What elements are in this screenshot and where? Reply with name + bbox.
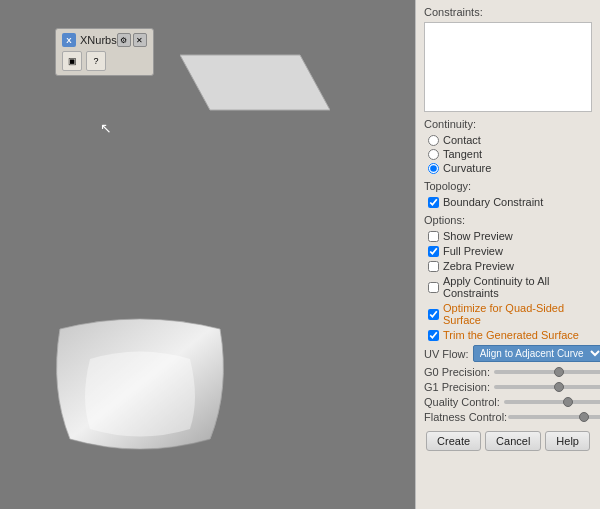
checkbox-apply-continuity[interactable]: Apply Continuity to All Constraints bbox=[428, 275, 592, 299]
cancel-button[interactable]: Cancel bbox=[485, 431, 541, 451]
quality-control-label: Quality Control: bbox=[424, 396, 500, 408]
g0-precision-label: G0 Precision: bbox=[424, 366, 490, 378]
quality-control-row: Quality Control: bbox=[424, 396, 592, 408]
radio-tangent-label: Tangent bbox=[443, 148, 482, 160]
topology-checkbox-group: Boundary Constraint bbox=[424, 196, 592, 208]
help-icon[interactable]: ? bbox=[86, 51, 106, 71]
full-preview-label: Full Preview bbox=[443, 245, 503, 257]
xnurbs-widget: X XNurbs ⚙ ✕ ▣ ? bbox=[55, 28, 154, 76]
widget-title-bar: X XNurbs ⚙ ✕ bbox=[62, 33, 147, 47]
help-button[interactable]: Help bbox=[545, 431, 590, 451]
radio-contact-input[interactable] bbox=[428, 135, 439, 146]
zebra-preview-label: Zebra Preview bbox=[443, 260, 514, 272]
boundary-constraint-label: Boundary Constraint bbox=[443, 196, 543, 208]
topology-label: Topology: bbox=[424, 180, 592, 192]
flatness-control-row: Flatness Control: bbox=[424, 411, 592, 423]
viewport[interactable]: X XNurbs ⚙ ✕ ▣ ? ↖ bbox=[0, 0, 415, 509]
radio-curvature[interactable]: Curvature bbox=[428, 162, 592, 174]
svg-marker-0 bbox=[180, 55, 330, 110]
right-panel: Constraints: Continuity: Contact Tangent… bbox=[415, 0, 600, 509]
options-checkbox-group: Show Preview Full Preview Zebra Preview … bbox=[424, 230, 592, 341]
radio-contact-label: Contact bbox=[443, 134, 481, 146]
radio-contact[interactable]: Contact bbox=[428, 134, 592, 146]
apply-continuity-label: Apply Continuity to All Constraints bbox=[443, 275, 592, 299]
widget-title-text: XNurbs bbox=[80, 34, 117, 46]
bottom-buttons: Create Cancel Help bbox=[424, 431, 592, 451]
trim-surface-input[interactable] bbox=[428, 330, 439, 341]
widget-controls: ⚙ ✕ bbox=[117, 33, 147, 47]
zebra-preview-input[interactable] bbox=[428, 261, 439, 272]
create-button[interactable]: Create bbox=[426, 431, 481, 451]
curved-surface-shape bbox=[40, 299, 240, 459]
options-label: Options: bbox=[424, 214, 592, 226]
g0-precision-row: G0 Precision: bbox=[424, 366, 592, 378]
quality-control-slider[interactable] bbox=[504, 400, 600, 404]
show-preview-input[interactable] bbox=[428, 231, 439, 242]
continuity-radio-group: Contact Tangent Curvature bbox=[424, 134, 592, 174]
flat-surface-shape bbox=[180, 50, 330, 120]
optimize-quad-label: Optimize for Quad-Sided Surface bbox=[443, 302, 592, 326]
widget-title: X XNurbs bbox=[62, 33, 117, 47]
boundary-constraint-input[interactable] bbox=[428, 197, 439, 208]
radio-tangent[interactable]: Tangent bbox=[428, 148, 592, 160]
flatness-control-slider[interactable] bbox=[508, 415, 600, 419]
g1-precision-label: G1 Precision: bbox=[424, 381, 490, 393]
checkbox-show-preview[interactable]: Show Preview bbox=[428, 230, 592, 242]
checkbox-full-preview[interactable]: Full Preview bbox=[428, 245, 592, 257]
apply-continuity-input[interactable] bbox=[428, 282, 439, 293]
g0-precision-slider[interactable] bbox=[494, 370, 600, 374]
optimize-quad-input[interactable] bbox=[428, 309, 439, 320]
checkbox-zebra-preview[interactable]: Zebra Preview bbox=[428, 260, 592, 272]
show-preview-label: Show Preview bbox=[443, 230, 513, 242]
widget-icons-row: ▣ ? bbox=[62, 51, 147, 71]
xnurbs-logo-icon: X bbox=[62, 33, 76, 47]
uv-flow-label: UV Flow: bbox=[424, 348, 469, 360]
checkbox-optimize-quad[interactable]: Optimize for Quad-Sided Surface bbox=[428, 302, 592, 326]
constraints-label: Constraints: bbox=[424, 6, 592, 18]
radio-curvature-label: Curvature bbox=[443, 162, 491, 174]
uv-flow-select[interactable]: Align to Adjacent Curve bbox=[473, 345, 600, 362]
cursor-indicator: ↖ bbox=[100, 120, 112, 136]
uv-flow-row: UV Flow: Align to Adjacent Curve bbox=[424, 345, 592, 362]
radio-tangent-input[interactable] bbox=[428, 149, 439, 160]
gear-button[interactable]: ⚙ bbox=[117, 33, 131, 47]
g1-precision-slider[interactable] bbox=[494, 385, 600, 389]
close-button[interactable]: ✕ bbox=[133, 33, 147, 47]
flatness-control-label: Flatness Control: bbox=[424, 411, 504, 423]
continuity-label: Continuity: bbox=[424, 118, 592, 130]
full-preview-input[interactable] bbox=[428, 246, 439, 257]
radio-curvature-input[interactable] bbox=[428, 163, 439, 174]
constraints-box bbox=[424, 22, 592, 112]
surface-icon[interactable]: ▣ bbox=[62, 51, 82, 71]
g1-precision-row: G1 Precision: bbox=[424, 381, 592, 393]
checkbox-trim-surface[interactable]: Trim the Generated Surface bbox=[428, 329, 592, 341]
checkbox-boundary-constraint[interactable]: Boundary Constraint bbox=[428, 196, 592, 208]
trim-surface-label: Trim the Generated Surface bbox=[443, 329, 579, 341]
